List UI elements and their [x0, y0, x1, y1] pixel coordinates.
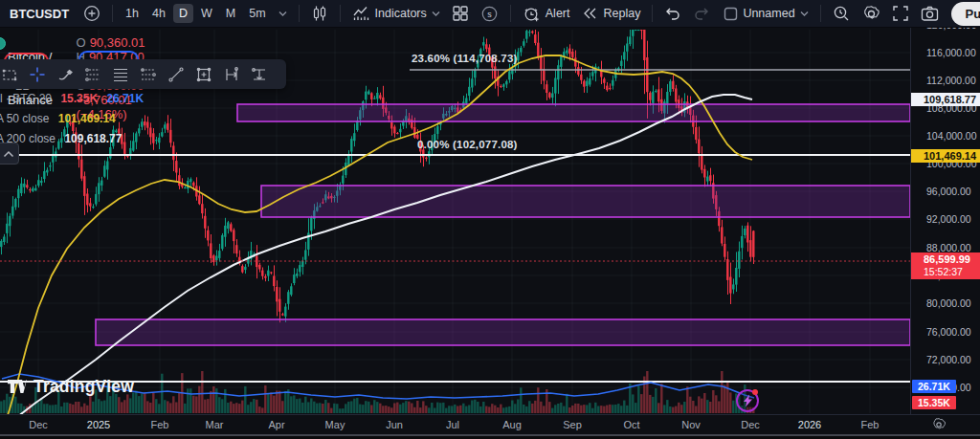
- time-tick-label: Dec: [29, 419, 48, 430]
- rectangle-tool-icon[interactable]: [189, 61, 217, 87]
- fib-label-0-00[interactable]: 0.00% (102,077.08): [417, 139, 518, 150]
- ma200-label: MA 200 close: [0, 132, 56, 145]
- volume-scale-label: 15.35K: [912, 396, 956, 409]
- bar-countdown: 15:52:37: [924, 266, 980, 278]
- time-tick-label: Jul: [446, 419, 459, 430]
- drawing-toolbar: [0, 59, 286, 89]
- last-price-value: 86,599.99: [924, 253, 980, 266]
- divider: [299, 5, 300, 22]
- undo-icon[interactable]: [659, 3, 686, 24]
- checkbox-icon: [724, 7, 738, 21]
- ma200-price-label: 109,618.77: [911, 93, 980, 106]
- volume-value: 15.35K: [60, 92, 98, 105]
- price-tick-label: 72,000.00: [926, 354, 971, 365]
- legend-ma50-row[interactable]: MA 50 close 101,469.14: [0, 112, 116, 125]
- price-tick-label: 116,000.00: [926, 47, 976, 58]
- time-axis[interactable]: Dec2025FebMarAprMayJunJulAugSepOctNovDec…: [0, 414, 980, 434]
- camera-snapshot-icon[interactable]: [916, 3, 944, 25]
- alert-label: Alert: [546, 7, 570, 20]
- tradingview-mark-icon: [7, 377, 27, 397]
- ma50-price-label: 101,469.14: [911, 149, 980, 163]
- svg-text:s: s: [487, 9, 492, 18]
- layout-name-label: Unnamed: [743, 7, 794, 20]
- last-price-label: 86,599.99 15:52:37: [911, 252, 980, 279]
- interval-4h[interactable]: 4h: [146, 4, 171, 23]
- layout-templates-icon[interactable]: [447, 2, 474, 25]
- symbol-search-button[interactable]: BTCUSDT: [6, 7, 77, 21]
- time-tick-label: Mar: [206, 419, 224, 430]
- settings-gear-icon[interactable]: [858, 2, 885, 26]
- time-tick-label: Dec: [741, 419, 760, 430]
- time-axis-gear-icon[interactable]: [931, 417, 947, 435]
- ma200-value: 109,618.77: [64, 132, 122, 145]
- interval-1w[interactable]: W: [195, 4, 218, 23]
- tradingview-logo[interactable]: TradingView: [7, 377, 134, 397]
- indicators-chevron-icon: [432, 11, 440, 16]
- compare-add-icon[interactable]: [78, 2, 105, 25]
- volume-indicator-label: Vol · BTC 20: [0, 92, 52, 105]
- alarm-clock-plus-icon: [523, 5, 541, 23]
- time-tick-label: Apr: [268, 419, 284, 430]
- layout-chevron-icon: [800, 11, 809, 16]
- fast-action-lightning-button[interactable]: [736, 389, 759, 412]
- crosshair-tool-icon[interactable]: [23, 61, 51, 87]
- legend-ma200-row[interactable]: MA 200 close 109,618.77: [0, 132, 122, 145]
- time-tick-label: 2025: [87, 419, 110, 430]
- window-bottom-border: [0, 434, 980, 439]
- divider: [112, 5, 113, 22]
- disjoint-channel-tool-icon[interactable]: [78, 61, 106, 87]
- fib-label-23-60[interactable]: 23.60% (114,708.73): [412, 53, 518, 64]
- tradingview-logo-text: TradingView: [33, 377, 134, 397]
- volume-ma-value: 26.71K: [106, 92, 144, 105]
- interval-1h[interactable]: 1h: [120, 4, 145, 23]
- divider: [510, 5, 511, 22]
- chart-type-candles-icon[interactable]: [306, 2, 333, 25]
- legend-volume-row[interactable]: Vol · BTC 20 15.35K 26.71K: [0, 92, 144, 105]
- brush-tool-icon[interactable]: [51, 61, 78, 87]
- ohlc-open-value: 90,360.01: [90, 35, 145, 50]
- indicators-label: Indicators: [375, 7, 427, 20]
- tradingview-app: BTCUSDT 1h 4h D W M 5m Indicators s: [0, 0, 980, 439]
- price-tick-label: 80,000.00: [926, 297, 971, 309]
- price-tick-label: 112,000.00: [926, 75, 976, 86]
- parallel-channel-tool-icon[interactable]: [106, 61, 134, 87]
- quick-search-icon[interactable]: [828, 2, 856, 26]
- redo-icon[interactable]: [688, 3, 715, 24]
- ma50-value: 101,469.14: [58, 112, 116, 125]
- alert-button[interactable]: Alert: [518, 2, 575, 26]
- replay-label: Replay: [603, 7, 640, 20]
- time-tick-label: Nov: [681, 419, 701, 430]
- replay-button[interactable]: Replay: [576, 2, 645, 25]
- price-range-tool-icon[interactable]: [245, 61, 273, 87]
- divider: [820, 5, 821, 22]
- ohlc-open-label: O: [77, 35, 86, 50]
- divider: [652, 5, 653, 22]
- interval-1m[interactable]: M: [220, 4, 241, 23]
- notification-dot: [752, 389, 758, 395]
- volume-ma-scale-label: 26.71K: [912, 380, 956, 393]
- time-tick-label: Jun: [386, 419, 403, 430]
- flat-channel-tool-icon[interactable]: [134, 61, 162, 87]
- time-tick-label: 2026: [798, 419, 821, 430]
- divider: [340, 5, 341, 22]
- show-toolbar-chevron-icon[interactable]: [0, 143, 19, 165]
- price-tick-label: 104,000.00: [926, 130, 977, 142]
- interval-5m[interactable]: 5m: [243, 4, 271, 23]
- price-scale[interactable]: 68,000.0072,000.0076,000.0080,000.0084,0…: [910, 28, 980, 414]
- selection-tool-icon[interactable]: [0, 61, 23, 87]
- time-tick-label: Oct: [623, 419, 639, 430]
- time-tick-label: Feb: [151, 419, 169, 430]
- interval-1d[interactable]: D: [173, 4, 193, 23]
- publish-button[interactable]: Publish: [951, 2, 980, 26]
- strategy-s-badge-icon[interactable]: s: [476, 2, 503, 26]
- indicators-button[interactable]: Indicators: [347, 2, 445, 26]
- fullscreen-icon[interactable]: [887, 2, 914, 25]
- date-range-tool-icon[interactable]: [217, 61, 245, 87]
- top-toolbar: BTCUSDT 1h 4h D W M 5m Indicators s: [0, 0, 980, 28]
- layout-select-button[interactable]: Unnamed: [719, 4, 813, 24]
- trend-line-tool-icon[interactable]: [162, 61, 189, 87]
- interval-menu-chevron-icon[interactable]: [274, 8, 292, 19]
- price-tick-label: 92,000.00: [926, 213, 971, 225]
- ma50-label: MA 50 close: [0, 112, 49, 125]
- rewind-icon: [581, 5, 598, 22]
